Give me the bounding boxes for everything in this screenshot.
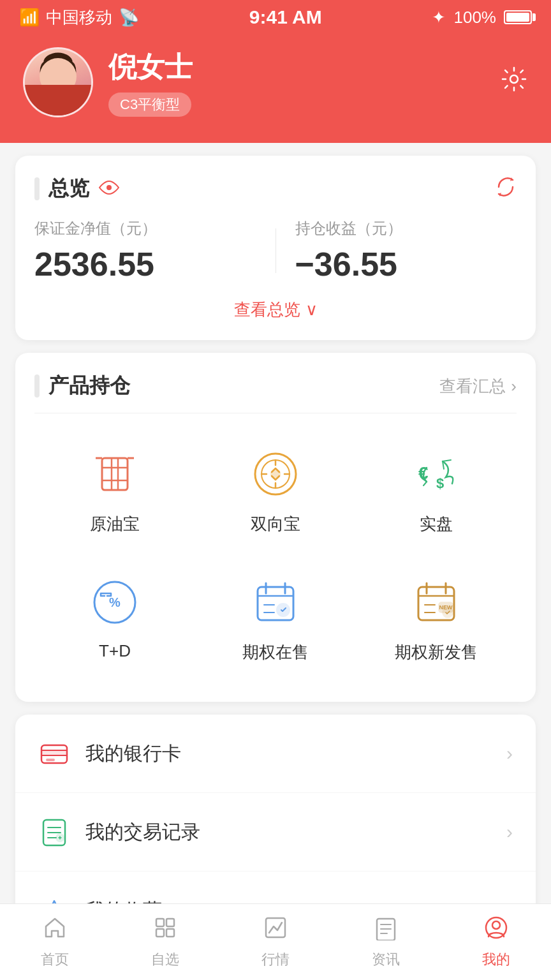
nav-market[interactable]: 行情 — [221, 915, 331, 969]
overview-title: 总览 — [48, 175, 89, 203]
svg-rect-60 — [156, 929, 164, 937]
wifi-icon: 📡 — [119, 8, 139, 27]
trade-record-icon — [38, 816, 70, 848]
product-item-td[interactable]: % T+D — [34, 554, 195, 683]
refresh-icon[interactable] — [495, 176, 517, 202]
nav-watchlist-label: 自选 — [151, 950, 179, 969]
svg-point-4 — [40, 62, 50, 81]
product-item-spot[interactable]: € $ 实盘 — [356, 426, 517, 554]
svg-point-5 — [66, 62, 76, 81]
svg-point-7 — [62, 71, 66, 75]
bluetooth-icon: ✦ — [432, 8, 446, 27]
profit-value: −36.55 — [295, 245, 517, 283]
home-icon — [42, 915, 68, 946]
options-icon — [247, 574, 304, 631]
svg-rect-44 — [46, 759, 55, 761]
avatar-image — [25, 49, 91, 115]
nav-market-label: 行情 — [261, 950, 290, 969]
deposit-label: 保证金净值（元） — [34, 218, 256, 239]
svg-rect-59 — [166, 919, 174, 926]
trade-record-arrow-icon: › — [506, 821, 513, 843]
svg-point-19 — [270, 469, 281, 479]
battery-icon — [504, 10, 532, 24]
overview-title-area: 总览 — [34, 175, 120, 203]
svg-rect-10 — [102, 458, 128, 490]
nav-watchlist[interactable]: 自选 — [110, 915, 221, 969]
products-header: 产品持仓 查看汇总 › — [34, 372, 517, 413]
svg-rect-41 — [41, 750, 67, 755]
product-item-options[interactable]: 期权在售 — [195, 554, 356, 683]
main-content: 总览 保证金净值（元） 2536.5 — [0, 156, 551, 980]
view-more-button[interactable]: 查看总览 ∨ — [34, 299, 517, 321]
svg-point-9 — [107, 185, 112, 190]
products-grid: 原油宝 双向宝 — [34, 426, 517, 683]
status-time: 9:41 AM — [249, 6, 322, 28]
trade-record-text: 我的交易记录 — [85, 819, 491, 845]
spot-label: 实盘 — [420, 513, 453, 535]
deposit-value: 2536.55 — [34, 245, 256, 283]
products-title: 产品持仓 — [48, 372, 130, 400]
product-item-crude-oil[interactable]: 原油宝 — [34, 426, 195, 554]
product-item-new-options[interactable]: NEW 期权新发售 — [356, 554, 517, 683]
options-label: 期权在售 — [242, 641, 309, 664]
td-icon: % — [86, 574, 143, 631]
products-title-area: 产品持仓 — [34, 372, 130, 400]
overview-header: 总览 — [34, 175, 517, 203]
bank-card-text: 我的银行卡 — [85, 741, 491, 767]
summary-chevron-icon: › — [511, 376, 517, 396]
view-summary-label: 查看汇总 — [439, 375, 506, 397]
spot-icon: € $ — [408, 445, 465, 503]
new-options-icon: NEW — [408, 574, 465, 631]
nav-home[interactable]: 首页 — [0, 915, 110, 969]
crude-oil-icon — [86, 445, 143, 503]
user-info-area: 倪女士 C3平衡型 — [23, 47, 193, 117]
grid-icon — [152, 915, 178, 946]
eye-icon[interactable] — [98, 179, 120, 199]
signal-icon: 📶 — [19, 8, 40, 27]
profile-header: 倪女士 C3平衡型 — [0, 34, 551, 143]
svg-point-68 — [492, 921, 500, 929]
bank-card-icon — [38, 738, 70, 769]
view-summary-button[interactable]: 查看汇总 › — [439, 375, 517, 397]
svg-point-3 — [43, 53, 72, 72]
chart-icon — [263, 915, 288, 946]
bank-card-arrow-icon: › — [506, 743, 513, 764]
nav-news[interactable]: 资讯 — [330, 915, 441, 969]
svg-point-1 — [35, 85, 81, 115]
status-left: 📶 中国移动 📡 — [19, 6, 139, 29]
profile-icon — [483, 915, 509, 946]
svg-text:%: % — [109, 595, 121, 609]
avatar[interactable] — [23, 47, 93, 117]
settings-button[interactable] — [500, 65, 528, 100]
product-item-dual[interactable]: 双向宝 — [195, 426, 356, 554]
dual-icon — [247, 445, 304, 503]
products-indicator — [34, 375, 40, 397]
bottom-nav: 首页 自选 行情 — [0, 903, 551, 980]
nav-profile-label: 我的 — [482, 950, 510, 969]
user-details: 倪女士 C3平衡型 — [108, 48, 193, 117]
svg-text:$: $ — [436, 475, 444, 491]
products-card: 产品持仓 查看汇总 › — [15, 353, 536, 702]
deposit-item: 保证金净值（元） 2536.55 — [34, 218, 256, 283]
nav-profile[interactable]: 我的 — [441, 915, 551, 969]
carrier-name: 中国移动 — [46, 6, 112, 29]
svg-point-2 — [45, 59, 71, 86]
user-badge: C3平衡型 — [108, 93, 191, 117]
status-bar: 📶 中国移动 📡 9:41 AM ✦ 100% — [0, 0, 551, 34]
dual-label: 双向宝 — [251, 513, 300, 535]
svg-rect-61 — [166, 929, 174, 937]
nav-news-label: 资讯 — [372, 950, 400, 969]
battery-percent: 100% — [453, 8, 496, 27]
profit-item: 持仓收益（元） −36.55 — [295, 218, 517, 283]
td-label: T+D — [99, 641, 131, 661]
svg-point-6 — [51, 71, 55, 75]
overview-card: 总览 保证金净值（元） 2536.5 — [15, 156, 536, 340]
new-options-label: 期权新发售 — [395, 641, 478, 664]
crude-oil-label: 原油宝 — [90, 513, 140, 535]
menu-item-bank-card[interactable]: 我的银行卡 › — [15, 715, 536, 793]
svg-rect-24 — [258, 587, 293, 620]
menu-item-trade-record[interactable]: 我的交易记录 › — [15, 793, 536, 872]
user-name: 倪女士 — [108, 48, 193, 86]
nav-home-label: 首页 — [41, 950, 69, 969]
card-indicator — [34, 177, 40, 200]
